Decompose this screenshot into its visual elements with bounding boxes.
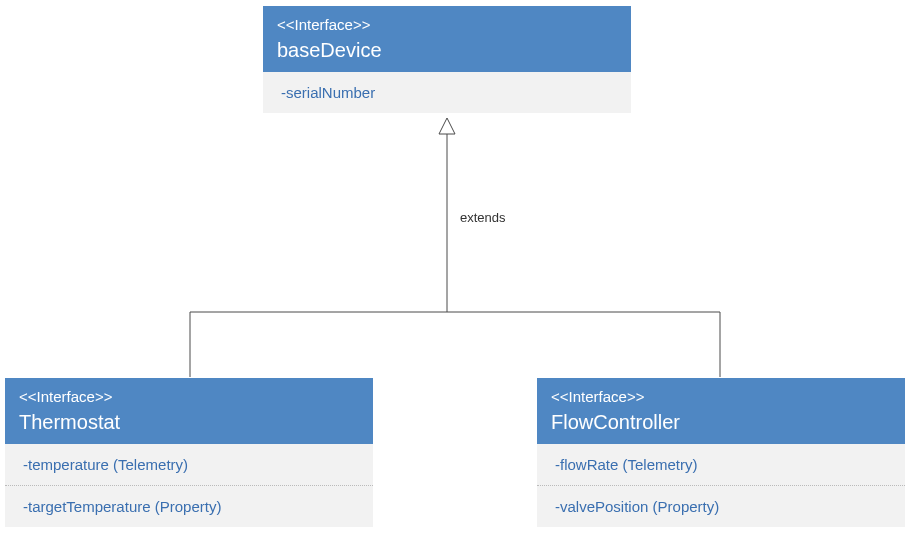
box-body: -flowRate (Telemetry) -valvePosition (Pr… [537, 444, 905, 527]
box-header: <<Interface>> Thermostat [5, 378, 373, 444]
stereotype-label: <<Interface>> [19, 388, 359, 405]
interface-name: Thermostat [19, 411, 359, 434]
attribute-row: -flowRate (Telemetry) [537, 444, 905, 486]
interface-thermostat: <<Interface>> Thermostat -temperature (T… [4, 377, 374, 528]
interface-name: baseDevice [277, 39, 617, 62]
box-body: -temperature (Telemetry) -targetTemperat… [5, 444, 373, 527]
interface-base-device: <<Interface>> baseDevice -serialNumber [262, 5, 632, 114]
interface-flow-controller: <<Interface>> FlowController -flowRate (… [536, 377, 906, 528]
stereotype-label: <<Interface>> [277, 16, 617, 33]
svg-marker-4 [439, 118, 455, 134]
attribute-row: -targetTemperature (Property) [5, 486, 373, 527]
attribute-row: -serialNumber [263, 72, 631, 113]
attribute-row: -temperature (Telemetry) [5, 444, 373, 486]
extends-label: extends [460, 210, 506, 225]
box-header: <<Interface>> baseDevice [263, 6, 631, 72]
interface-name: FlowController [551, 411, 891, 434]
stereotype-label: <<Interface>> [551, 388, 891, 405]
box-header: <<Interface>> FlowController [537, 378, 905, 444]
attribute-row: -valvePosition (Property) [537, 486, 905, 527]
